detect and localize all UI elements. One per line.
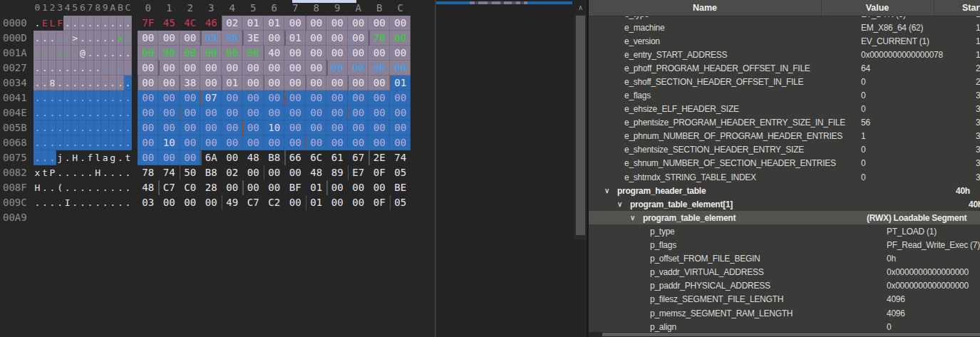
ascii-cell[interactable]: . <box>41 90 49 105</box>
hex-byte-cell[interactable]: 01 <box>242 16 264 31</box>
hex-byte-cell[interactable]: 01 <box>306 180 327 195</box>
ascii-cell[interactable]: . <box>109 76 117 90</box>
hex-byte-cell[interactable]: 00 <box>390 16 411 31</box>
inspector-row[interactable]: p_filesz_SEGMENT_FILE_LENGTH409660h <box>589 293 980 306</box>
ascii-cell[interactable]: H <box>71 150 79 165</box>
hex-byte-cell[interactable]: 00 <box>158 90 180 105</box>
hex-byte-cell[interactable]: 00 <box>242 46 264 61</box>
hex-byte-cell[interactable]: 00 <box>264 90 285 105</box>
hex-byte-cell[interactable]: 00 <box>348 180 369 195</box>
hex-byte-cell[interactable]: BE <box>390 180 411 195</box>
ascii-cell[interactable]: . <box>94 195 102 210</box>
ascii-cell[interactable]: . <box>48 46 56 61</box>
hex-byte-cell[interactable]: 6C <box>306 150 327 165</box>
ascii-cell[interactable]: . <box>86 105 94 120</box>
ascii-cell[interactable]: . <box>86 61 94 76</box>
hex-byte-cell[interactable]: 78 <box>368 31 390 46</box>
ascii-cell[interactable]: . <box>117 105 125 120</box>
ascii-cell[interactable]: 8 <box>48 76 56 90</box>
ascii-cell[interactable]: . <box>109 61 117 76</box>
hex-byte-cell[interactable]: 00 <box>180 61 201 76</box>
ascii-cell[interactable]: . <box>94 16 102 31</box>
hex-byte-cell[interactable]: 48 <box>306 165 327 180</box>
ascii-cell[interactable]: P <box>48 165 56 180</box>
hex-byte-cell[interactable]: 00 <box>222 120 243 135</box>
ascii-cell[interactable]: . <box>48 61 56 76</box>
ascii-cell[interactable]: . <box>124 165 132 180</box>
inspector-row[interactable]: p_paddr_PHYSICAL_ADDRESS0x00000000000000… <box>589 279 980 293</box>
hex-byte-cell[interactable]: 00 <box>222 46 243 61</box>
inspector-horizontal-scrollbar[interactable] <box>589 332 980 337</box>
hex-byte-cell[interactable]: 05 <box>390 195 411 210</box>
ascii-cell[interactable]: H <box>94 165 102 180</box>
ascii-cell[interactable]: . <box>71 195 79 210</box>
hex-byte-cell[interactable]: 00 <box>180 46 201 61</box>
hex-byte-cell[interactable]: 00 <box>348 61 369 76</box>
hex-byte-cell[interactable]: 00 <box>306 46 327 61</box>
ascii-cell[interactable]: . <box>101 135 109 150</box>
hex-byte-cell[interactable]: 00 <box>306 120 327 135</box>
inspector-row[interactable]: e_shnum_NUMBER_OF_SECTION_HEADER_ENTRIES… <box>589 157 980 170</box>
hex-byte-cell[interactable]: 00 <box>158 46 180 61</box>
ascii-cell[interactable]: . <box>79 76 87 90</box>
ascii-cell[interactable]: . <box>63 16 71 31</box>
inspector-row[interactable]: p_offset_FROM_FILE_BEGIN0h48h <box>589 252 980 266</box>
hex-byte-cell[interactable]: 00 <box>390 135 411 150</box>
inspector-row[interactable]: ∨program_header_table40h <box>589 184 980 197</box>
inspector-row[interactable]: e_shentsize_SECTION_HEADER_ENTRY_SIZE03A… <box>589 143 980 157</box>
hex-byte-cell[interactable]: 0F <box>368 165 390 180</box>
hex-byte-cell[interactable]: 00 <box>138 150 159 165</box>
inspector-row[interactable]: e_flags030h <box>589 88 980 102</box>
ascii-cell[interactable]: . <box>79 135 87 150</box>
ascii-cell[interactable]: t <box>124 150 132 165</box>
ascii-cell[interactable]: . <box>124 46 132 61</box>
hex-byte-cell[interactable]: 00 <box>390 105 411 120</box>
hex-byte-cell[interactable]: 4C <box>180 16 201 31</box>
ascii-cell[interactable]: . <box>94 46 102 61</box>
ascii-cell[interactable]: . <box>79 16 87 31</box>
hex-byte-cell[interactable]: 00 <box>390 61 411 76</box>
ascii-cell[interactable]: . <box>63 76 71 90</box>
hex-byte-cell[interactable]: 00 <box>348 76 369 90</box>
hex-byte-cell[interactable]: 00 <box>284 16 306 31</box>
hex-byte-cell[interactable]: 00 <box>180 31 201 46</box>
hex-byte-cell[interactable]: 10 <box>158 135 180 150</box>
hex-byte-cell[interactable]: 00 <box>264 165 285 180</box>
hex-byte-cell[interactable]: 00 <box>368 120 390 135</box>
ascii-cell[interactable]: . <box>86 180 94 195</box>
ascii-cell[interactable]: . <box>86 135 94 150</box>
hex-byte-cell[interactable]: 00 <box>390 46 411 61</box>
hex-byte-cell[interactable]: 00 <box>180 135 201 150</box>
hex-byte-cell[interactable]: 00 <box>158 76 180 90</box>
hex-byte-cell[interactable]: C2 <box>264 195 285 210</box>
inspector-row[interactable]: ∨program_table_element(RWX) Loadable Seg… <box>589 211 980 224</box>
ascii-cell[interactable]: . <box>63 90 71 105</box>
hex-byte-cell[interactable]: 00 <box>284 165 306 180</box>
ascii-cell[interactable]: . <box>56 76 64 90</box>
ascii-cell[interactable]: . <box>109 120 117 135</box>
hex-byte-cell[interactable]: 00 <box>180 195 201 210</box>
hex-byte-cell[interactable]: 00 <box>222 31 243 46</box>
ascii-cell[interactable]: . <box>124 195 132 210</box>
hex-byte-cell[interactable]: 66 <box>284 150 306 165</box>
hex-byte-cell[interactable]: 00 <box>326 16 348 31</box>
scrollbar-thumb[interactable] <box>576 16 585 235</box>
ascii-cell[interactable]: . <box>41 76 49 90</box>
ascii-cell[interactable]: . <box>48 135 56 150</box>
ascii-cell[interactable]: . <box>63 135 71 150</box>
hex-byte-cell[interactable]: 00 <box>264 31 285 46</box>
ascii-cell[interactable]: . <box>33 120 41 135</box>
inspector-row[interactable]: p_align070h <box>589 320 980 332</box>
ascii-cell[interactable]: . <box>41 31 49 46</box>
ascii-cell[interactable]: . <box>33 61 41 76</box>
hex-byte-cell[interactable]: 01 <box>264 16 285 31</box>
ascii-cell[interactable]: . <box>71 46 79 61</box>
ascii-cell[interactable]: . <box>56 135 64 150</box>
hex-byte-cell[interactable]: 00 <box>306 90 327 105</box>
hex-byte-cell[interactable]: 00 <box>306 76 327 90</box>
ascii-cell[interactable]: . <box>109 195 117 210</box>
ascii-cell[interactable]: . <box>124 135 132 150</box>
hex-byte-cell[interactable]: 00 <box>284 90 306 105</box>
ascii-cell[interactable]: . <box>86 31 94 46</box>
ascii-cell[interactable]: . <box>117 195 125 210</box>
